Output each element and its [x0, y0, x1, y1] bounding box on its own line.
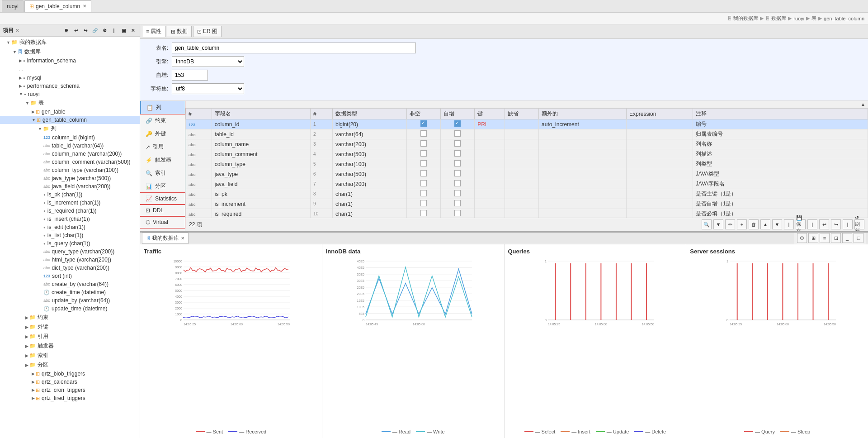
sidebar-btn-7[interactable]: ▣ [119, 26, 127, 34]
tree-item[interactable]: ▶●information_schema [0, 57, 140, 65]
table-row[interactable]: abccolumn_type5varchar(100)列类型 [186, 159, 868, 169]
tab-properties[interactable]: ≡ 属性 [142, 26, 165, 37]
nav-item-索引[interactable]: 🔍索引 [140, 167, 185, 180]
tree-item[interactable]: ●is_insert (char(1)) [0, 215, 140, 223]
table-row[interactable]: abccolumn_name3varchar(200)列名称 [186, 139, 868, 149]
col-notnull[interactable] [407, 179, 441, 189]
tab-close-icon[interactable]: ✕ [83, 4, 86, 9]
filter-btn[interactable]: ▼ [713, 219, 723, 229]
col-autoinc[interactable] [441, 199, 475, 209]
bottom-tab-close[interactable]: ✕ [181, 236, 184, 241]
sidebar-btn-close[interactable]: ✕ [129, 26, 137, 34]
tree-item[interactable]: abcjava_type (varchar(500)) [0, 174, 140, 182]
col-notnull[interactable] [407, 119, 441, 129]
col-notnull[interactable] [407, 159, 441, 169]
table-row[interactable]: abctable_id2varchar(64)归属表编号 [186, 129, 868, 139]
tree-item[interactable]: ▶📁引用 [0, 332, 140, 341]
sidebar-btn-3[interactable]: ↪ [81, 26, 90, 34]
table-row[interactable]: abccolumn_comment4varchar(500)列描述 [186, 149, 868, 159]
tree-item[interactable]: ▶📁约束 [0, 313, 140, 322]
col-autoinc[interactable] [441, 129, 475, 139]
tree-item[interactable]: ▶⊞qrtz_fired_triggers [0, 394, 140, 402]
sidebar-btn-5[interactable]: ⚙ [100, 26, 108, 34]
tree-item[interactable]: ●is_required (char(1)) [0, 207, 140, 215]
minimize-btn[interactable]: _ [842, 233, 852, 243]
tree-item[interactable]: ●is_query (char(1)) [0, 239, 140, 248]
col-notnull[interactable] [407, 129, 441, 139]
col-autoinc[interactable] [441, 149, 475, 159]
tree-item[interactable]: ▼📁列 [0, 124, 140, 133]
view-btn1[interactable]: ⊞ [808, 233, 818, 243]
tree-item[interactable]: ▶⊞gen_table [0, 108, 140, 116]
tree-item[interactable]: ▶📁分区 [0, 360, 140, 370]
col-notnull[interactable] [407, 199, 441, 209]
sidebar-btn-2[interactable]: ↩ [72, 26, 80, 34]
charset-select[interactable]: utf8 [172, 83, 244, 94]
col-notnull[interactable] [407, 139, 441, 149]
bottom-tab-mydb[interactable]: 🗄 我的数据库 ✕ [142, 233, 189, 244]
breadcrumb-gen-table-column[interactable]: gen_table_column [824, 16, 864, 21]
col-autoinc[interactable] [441, 159, 475, 169]
tree-item[interactable]: ●is_list (char(1)) [0, 231, 140, 239]
tree-item[interactable]: ▶⊞qrtz_cron_triggers [0, 386, 140, 394]
tree-item[interactable]: ●is_edit (char(1)) [0, 223, 140, 231]
tree-item[interactable]: ▶📁索引 [0, 351, 140, 360]
tab-er[interactable]: ⊡ ER 图 [193, 26, 222, 37]
col-autoinc[interactable] [441, 169, 475, 179]
sidebar-btn-6[interactable]: | [110, 26, 118, 34]
engine-select[interactable]: InnoDB [172, 56, 244, 67]
sidebar-btn-1[interactable]: ⊞ [62, 26, 71, 34]
add-btn[interactable]: + [737, 219, 747, 229]
tree-item[interactable]: 123sort (int) [0, 272, 140, 280]
col-notnull[interactable] [407, 149, 441, 159]
up-btn[interactable]: ▲ [760, 219, 770, 229]
nav-item-引用[interactable]: ↗引用 [140, 140, 185, 153]
breadcrumb-ruoyi[interactable]: ruoyi [793, 16, 804, 21]
auto-inc-input[interactable] [172, 70, 208, 81]
tree-item[interactable]: abccolumn_type (varchar(100)) [0, 166, 140, 174]
breadcrumb-table[interactable]: 表 [811, 15, 816, 22]
tree-item[interactable]: ▶📁外键 [0, 322, 140, 332]
undo-btn[interactable]: ↩ [819, 219, 829, 229]
table-row[interactable]: abcjava_field7varchar(200)JAVA字段名 [186, 179, 868, 189]
tree-item[interactable]: ▶📁触发器 [0, 341, 140, 351]
tree-item[interactable]: ●is_increment (char(1)) [0, 199, 140, 207]
tree-item[interactable]: abccreate_by (varchar(64)) [0, 280, 140, 288]
sidebar-close-icon[interactable]: ✕ [15, 28, 19, 33]
tree-item[interactable]: 123column_id (bigint) [0, 133, 140, 142]
table-row[interactable]: 123column_id1bigint(20)PRIauto_increment… [186, 119, 868, 129]
nav-item-列[interactable]: 📋列 [140, 101, 185, 114]
nav-item-Virtual[interactable]: ⬡Virtual [140, 216, 185, 228]
settings-btn[interactable]: ⚙ [797, 233, 807, 243]
tree-item[interactable]: ▼●ruoyi [0, 90, 140, 98]
nav-item-Statistics[interactable]: 📈Statistics [140, 193, 185, 205]
col-notnull[interactable] [407, 209, 441, 218]
table-row[interactable]: abcis_pk8char(1)是否主键（1是） [186, 189, 868, 199]
col-autoinc[interactable] [441, 209, 475, 218]
tree-item[interactable]: abcdict_type (varchar(200)) [0, 264, 140, 272]
nav-item-分区[interactable]: 📊分区 [140, 180, 185, 193]
search-btn[interactable]: 🔍 [702, 219, 712, 229]
tree-item[interactable]: abctable_id (varchar(64)) [0, 142, 140, 150]
tree-item[interactable]: ▶●performance_schema [0, 82, 140, 90]
tab-ruoyi[interactable]: ruoyi [2, 0, 24, 12]
col-autoinc[interactable] [441, 139, 475, 149]
sidebar-btn-4[interactable]: 🔗 [91, 26, 99, 34]
col-autoinc[interactable] [441, 119, 475, 129]
tab-data[interactable]: ⊞ 数据 [167, 26, 192, 37]
tree-item[interactable]: 🕐update_time (datetime) [0, 305, 140, 313]
col-autoinc[interactable] [441, 189, 475, 199]
col-notnull[interactable] [407, 189, 441, 199]
tree-item[interactable]: ●is_pk (char(1)) [0, 190, 140, 199]
nav-item-约束[interactable]: 🔗约束 [140, 114, 185, 127]
view-btn3[interactable]: ⊡ [831, 233, 841, 243]
tree-item[interactable]: ▼📁表 [0, 98, 140, 108]
tree-item[interactable]: ▶●mysql [0, 74, 140, 82]
tree-item[interactable]: ▼📁我的数据库 [0, 38, 140, 47]
breadcrumb-mydb[interactable]: 🗄 我的数据库 [727, 15, 758, 22]
down-btn[interactable]: ▼ [772, 219, 782, 229]
tree-item[interactable]: abcjava_field (varchar(200)) [0, 182, 140, 190]
tree-item[interactable]: ▼⊞gen_table_column [0, 116, 140, 124]
table-row[interactable]: abcis_increment9char(1)是否自增（1是） [186, 199, 868, 209]
tree-item[interactable]: ▼🗄数据库 [0, 47, 140, 57]
